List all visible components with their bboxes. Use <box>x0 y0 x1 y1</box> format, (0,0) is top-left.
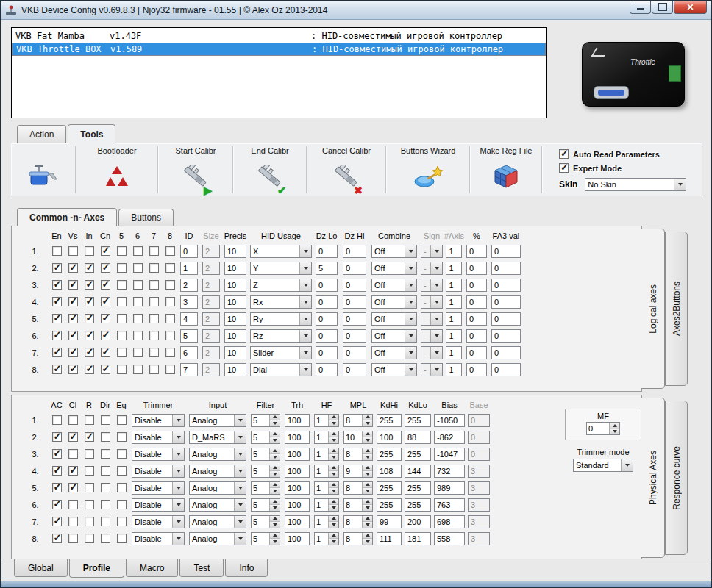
toolbar-button-start-calibr[interactable]: Start Calibr▶ <box>159 144 232 196</box>
mpl-spinner[interactable]: 10 <box>343 431 373 444</box>
kdhi-field[interactable]: 100 <box>377 431 402 444</box>
spinner-up-icon[interactable] <box>270 533 280 539</box>
axis-precis-field[interactable]: 10 <box>224 312 246 326</box>
axis-cn-checkbox[interactable] <box>101 297 110 306</box>
toolbar-button-pump[interactable] <box>12 144 75 196</box>
phys-r-checkbox[interactable] <box>85 466 94 476</box>
axis-number-field[interactable]: 1 <box>446 245 462 258</box>
dropdown-arrow-icon[interactable] <box>430 313 442 325</box>
axis-in-checkbox[interactable] <box>85 263 94 273</box>
hid-usage-select[interactable]: X <box>250 245 312 258</box>
spinner-up-icon[interactable] <box>329 482 338 489</box>
spinner-up-icon[interactable] <box>270 482 280 489</box>
axis-size-field[interactable]: 2 <box>202 312 220 326</box>
axis-7-checkbox[interactable] <box>149 246 159 256</box>
axis-7-checkbox[interactable] <box>149 365 159 374</box>
spinner-up-icon[interactable] <box>329 533 338 539</box>
base-field[interactable]: 3 <box>468 465 490 478</box>
tab-tools[interactable]: Tools <box>68 124 115 144</box>
sign-select[interactable]: - <box>421 295 443 309</box>
tab-common-n-axes[interactable]: Common -n- Axes <box>17 208 117 226</box>
axis-en-checkbox[interactable] <box>52 348 62 357</box>
tab-test[interactable]: Test <box>179 559 224 577</box>
axis-vs-checkbox[interactable] <box>68 280 78 290</box>
phys-dir-checkbox[interactable] <box>101 449 110 459</box>
spinner-down-icon[interactable] <box>329 488 338 494</box>
spinner-up-icon[interactable] <box>363 415 372 421</box>
dropdown-arrow-icon[interactable] <box>405 347 416 359</box>
phys-eq-checkbox[interactable] <box>117 500 127 509</box>
base-field[interactable]: 3 <box>468 481 490 495</box>
dropdown-arrow-icon[interactable] <box>172 415 184 426</box>
bias-field[interactable]: 698 <box>434 515 465 528</box>
axis-6-checkbox[interactable] <box>133 331 143 340</box>
kdlo-field[interactable]: 88 <box>405 431 431 444</box>
phys-cl-checkbox[interactable] <box>68 483 78 492</box>
axis-id-field[interactable]: 1 <box>180 262 198 275</box>
dropdown-arrow-icon[interactable] <box>299 262 311 274</box>
axis-6-checkbox[interactable] <box>133 348 143 357</box>
filter-spinner[interactable]: 5 <box>251 481 280 495</box>
combine-select[interactable]: Off <box>371 295 417 309</box>
percent-field[interactable]: 0 <box>466 295 487 309</box>
toolbar-button-bootloader[interactable]: Bootloader <box>76 144 157 196</box>
titlebar[interactable]: VKB Device Config v0.69.8.3 [ Njoy32 fir… <box>1 1 711 20</box>
axis-in-checkbox[interactable] <box>85 365 94 374</box>
kdhi-field[interactable]: 255 <box>377 498 402 512</box>
dropdown-arrow-icon[interactable] <box>405 296 416 308</box>
fa3-val-field[interactable]: 0 <box>491 329 521 343</box>
phys-dir-checkbox[interactable] <box>101 483 110 492</box>
combine-select[interactable]: Off <box>371 245 417 258</box>
device-list[interactable]: VKB Fat Mambav1.43F: HID-совместимый игр… <box>11 27 547 118</box>
sign-select[interactable]: - <box>421 346 443 359</box>
dropdown-arrow-icon[interactable] <box>430 296 442 308</box>
phys-cl-checkbox[interactable] <box>68 534 78 543</box>
tab-action[interactable]: Action <box>17 125 66 143</box>
dropdown-arrow-icon[interactable] <box>234 465 246 477</box>
percent-field[interactable]: 0 <box>466 312 487 326</box>
axis-number-field[interactable]: 1 <box>446 329 462 343</box>
dropdown-arrow-icon[interactable] <box>299 313 311 325</box>
axis-en-checkbox[interactable] <box>52 297 62 306</box>
dropdown-arrow-icon[interactable] <box>172 516 184 528</box>
axis-7-checkbox[interactable] <box>149 263 159 273</box>
axis-7-checkbox[interactable] <box>149 314 159 323</box>
hid-usage-select[interactable]: Ry <box>250 312 312 326</box>
phys-r-checkbox[interactable] <box>85 517 94 526</box>
mpl-spinner[interactable]: 8 <box>343 498 373 512</box>
tab-buttons[interactable]: Buttons <box>118 209 174 226</box>
spinner-down-icon[interactable] <box>363 471 372 477</box>
axis-8-checkbox[interactable] <box>165 263 175 273</box>
dz-hi-field[interactable]: 0 <box>343 279 366 292</box>
dropdown-arrow-icon[interactable] <box>234 516 246 528</box>
spinner-down-icon[interactable] <box>363 420 372 426</box>
axis-in-checkbox[interactable] <box>85 314 94 323</box>
sign-select[interactable]: - <box>421 245 443 258</box>
dz-hi-field[interactable]: 0 <box>343 363 366 376</box>
spinner-up-icon[interactable] <box>329 499 338 506</box>
axis-6-checkbox[interactable] <box>133 297 143 306</box>
axis-size-field[interactable]: 2 <box>202 245 220 258</box>
dropdown-arrow-icon[interactable] <box>405 245 416 257</box>
dropdown-arrow-icon[interactable] <box>430 364 442 376</box>
dropdown-arrow-icon[interactable] <box>234 482 246 494</box>
dropdown-arrow-icon[interactable] <box>430 330 442 342</box>
dropdown-arrow-icon[interactable] <box>234 431 246 443</box>
phys-ac-checkbox[interactable] <box>52 432 62 442</box>
minimize-button[interactable] <box>630 1 651 14</box>
spinner-down-icon[interactable] <box>363 437 372 443</box>
axis-6-checkbox[interactable] <box>133 314 143 323</box>
dz-lo-field[interactable]: 0 <box>316 363 338 376</box>
trh-field[interactable]: 100 <box>285 515 310 528</box>
toolbar-button-make-reg-file[interactable]: Make Reg File <box>471 144 541 196</box>
phys-ac-checkbox[interactable] <box>52 517 62 526</box>
tab-info[interactable]: Info <box>225 559 268 577</box>
spinner-down-icon[interactable] <box>270 522 280 528</box>
tab-physical-axes[interactable]: Physical Axes <box>641 398 665 558</box>
trimmer-select[interactable]: Disable <box>132 515 185 528</box>
phys-dir-checkbox[interactable] <box>101 415 110 425</box>
fa3-val-field[interactable]: 0 <box>491 295 521 309</box>
sign-select[interactable]: - <box>421 262 443 275</box>
axis-precis-field[interactable]: 10 <box>224 329 246 343</box>
phys-dir-checkbox[interactable] <box>101 517 110 526</box>
